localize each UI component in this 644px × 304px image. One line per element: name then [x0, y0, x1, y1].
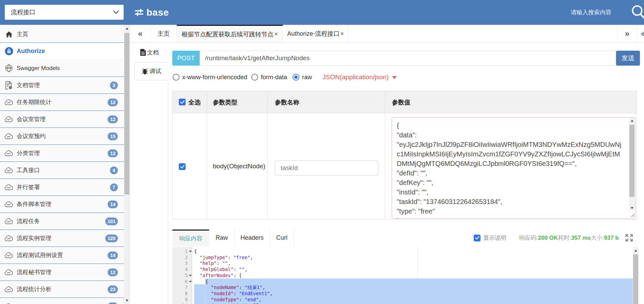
- sidebar-item[interactable]: API 会议室管理 12: [0, 111, 124, 128]
- content-type-dropdown[interactable]: JSON(application/json): [323, 73, 397, 81]
- param-name-input[interactable]: taskId: [275, 161, 378, 175]
- content-type-value: JSON(application/json): [323, 73, 389, 81]
- tab-response-content[interactable]: 响应内容: [172, 230, 209, 246]
- sidebar-item[interactable]: API 12: [0, 298, 124, 304]
- sidebar-item[interactable]: API 并行签署 7: [0, 179, 124, 196]
- col-param-type: 参数类型: [213, 91, 237, 113]
- sidebar-item[interactable]: API 条件脚本管理 14: [0, 196, 124, 213]
- code-token: ,: [262, 285, 265, 290]
- tab-close-icon[interactable]: ×: [274, 31, 278, 38]
- sidebar-item[interactable]: API 流程实例管理 120: [0, 230, 124, 247]
- sidebar-item[interactable]: API 流程统计分析 23: [0, 281, 124, 298]
- fold-arrow-icon[interactable]: [189, 251, 192, 252]
- header-search[interactable]: 请输入搜索内容: [571, 0, 611, 25]
- sidebar-scrollbar-thumb[interactable]: [124, 33, 129, 195]
- sidebar-menu: API 主页 API Authorize API Swagger Models: [0, 25, 124, 304]
- sidebar-item-count-badge: 3: [110, 81, 118, 89]
- cloud-api-icon: API: [4, 218, 13, 225]
- tab-menu-icon: »: [639, 29, 644, 38]
- collapse-sidebar-button[interactable]: «: [130, 25, 151, 43]
- sidebar-item[interactable]: API 文档管理 3: [0, 77, 124, 94]
- sidebar-item[interactable]: API 主页: [0, 26, 124, 43]
- textarea-scroll-down-icon[interactable]: [629, 205, 635, 211]
- sidebar-item[interactable]: API 分类管理 12: [0, 145, 124, 162]
- fullscreen-icon[interactable]: [626, 234, 633, 241]
- radio-icon[interactable]: [293, 74, 299, 81]
- arrow-down-icon: [126, 300, 128, 302]
- api-group-select[interactable]: 流程接口: [5, 5, 124, 20]
- sidebar-item-count-badge: 23: [108, 285, 118, 293]
- sidebar-item[interactable]: API 会议室预约 15: [0, 128, 124, 145]
- code-token: {: [194, 279, 208, 284]
- fold-arrow-icon[interactable]: [189, 281, 192, 283]
- svg-text:API: API: [6, 118, 11, 121]
- radio-icon[interactable]: [251, 74, 258, 81]
- tab-debug[interactable]: 调试: [134, 62, 169, 80]
- select-all-label: 全选: [188, 91, 201, 113]
- cloud-api-icon: API: [4, 303, 13, 304]
- select-all-checkbox[interactable]: [179, 99, 186, 105]
- code-token: :: [239, 297, 245, 302]
- sidebar-item[interactable]: API 流程任务 101: [0, 213, 124, 230]
- tab-home[interactable]: 主页: [151, 25, 177, 43]
- selection-highlight: [194, 302, 633, 304]
- main-area: « 主页 根据节点配置获取后续可跳转节点× Authorize-流程接口× » …: [130, 25, 644, 304]
- sidebar-scroll-up-icon[interactable]: [124, 26, 130, 31]
- sidebar-item[interactable]: API Authorize: [0, 43, 124, 60]
- chevron-down-icon: [113, 11, 119, 14]
- sidebar-item-label: 会议室管理: [17, 115, 46, 123]
- code-token: "nodeName": [211, 285, 239, 290]
- sidebar-item[interactable]: API 流程秘书管理 12: [0, 264, 124, 281]
- sidebar-item[interactable]: API Swagger Models: [0, 60, 124, 77]
- sidebar-item[interactable]: API 任务期限统计 12: [0, 94, 124, 111]
- tab-curl[interactable]: Curl: [270, 230, 294, 246]
- show-description-label: 显示说明: [483, 234, 506, 242]
- response-code-editor[interactable]: 12345678910 { "jumpType": "free", "help"…: [168, 247, 644, 304]
- sidebar-item-icon: API: [4, 166, 13, 175]
- code-token: [194, 285, 211, 290]
- textarea-scrollbar-thumb[interactable]: [629, 125, 634, 197]
- code-line: {: [194, 278, 633, 285]
- response-scroll-up-icon[interactable]: [633, 248, 639, 253]
- body-mode-option[interactable]: form-data: [251, 73, 287, 81]
- textarea-scroll-up-icon[interactable]: [629, 118, 635, 123]
- sidebar-item-count-badge: 12: [108, 149, 118, 157]
- url-input[interactable]: /runtime/task/v1/getAfterJumpNodes: [200, 51, 616, 66]
- search-placeholder: 请输入搜索内容: [571, 9, 611, 16]
- tab-doc[interactable]: 文档: [130, 43, 168, 62]
- body-mode-option[interactable]: x-www-form-urlencoded: [173, 73, 247, 81]
- param-value-textarea[interactable]: [392, 117, 635, 219]
- sidebar-item-count-badge: 14: [108, 200, 118, 208]
- code-token: [194, 291, 211, 296]
- send-button[interactable]: 发送: [616, 51, 640, 66]
- tab-active-api[interactable]: 根据节点配置获取后续可跳转节点×: [177, 25, 283, 43]
- sidebar-item[interactable]: API 工具接口 4: [0, 162, 124, 179]
- cloud-api-icon: API: [4, 99, 13, 106]
- sidebar-item-label: 文档管理: [17, 81, 40, 89]
- search-icon[interactable]: [630, 3, 644, 22]
- params-table: 全选 参数类型 参数名称 参数值 body(ObjectNode) taskId: [172, 91, 637, 220]
- code-text: "afterNodes": [: [194, 273, 242, 278]
- radio-icon[interactable]: [173, 74, 179, 81]
- tab-scroll-right-button[interactable]: »: [617, 25, 637, 43]
- sidebar-item-count-badge: 12: [108, 302, 118, 304]
- tab-authorize[interactable]: Authorize-流程接口×: [283, 25, 348, 43]
- tab-raw[interactable]: Raw: [209, 230, 235, 246]
- sidebar-scroll-down-icon[interactable]: [124, 298, 130, 303]
- line-number: 6: [185, 278, 188, 285]
- sidebar-item[interactable]: API 流程测试用例设置 14: [0, 247, 124, 264]
- tab-headers[interactable]: Headers: [235, 230, 270, 246]
- param-row-checkbox[interactable]: [179, 163, 186, 170]
- fold-arrow-icon[interactable]: [189, 275, 192, 276]
- resize-grip-icon[interactable]: [630, 213, 635, 217]
- tab-menu-button[interactable]: »: [637, 25, 644, 43]
- sidebar-item-icon: API: [4, 285, 13, 294]
- body-mode-option[interactable]: raw: [293, 73, 312, 81]
- code-line: "afterNodes": [: [194, 272, 633, 278]
- sidebar-item-label: 流程统计分析: [17, 285, 51, 293]
- sidebar-item-label: 流程测试用例设置: [17, 251, 63, 259]
- show-description-checkbox[interactable]: [474, 235, 481, 241]
- response-scrollbar-thumb[interactable]: [633, 254, 638, 304]
- tab-close-icon[interactable]: ×: [340, 30, 344, 37]
- sidebar-item-icon: API: [4, 149, 13, 158]
